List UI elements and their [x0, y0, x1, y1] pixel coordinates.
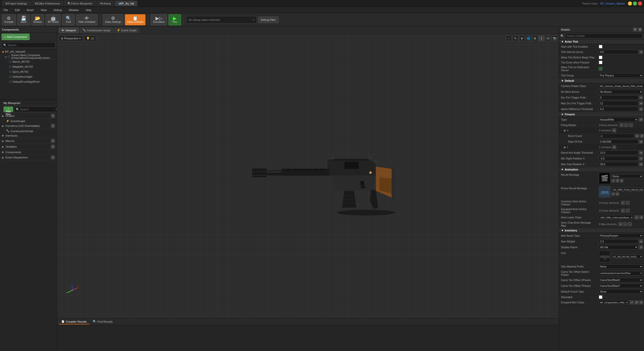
tick-begin-checkbox[interactable] — [599, 56, 602, 59]
menu-help[interactable]: Help — [84, 8, 93, 12]
debug-filter-button[interactable]: Debug Filter — [258, 17, 279, 23]
debug-selector[interactable]: No debug object selected ▾ — [186, 16, 257, 24]
bp-section-components[interactable]: ▶ Components — [2, 150, 55, 155]
add-component-button[interactable]: + Add Component — [2, 34, 30, 40]
bp-section-macros[interactable]: ▶ Macros + — [2, 138, 55, 144]
dropped-item-dropdown[interactable]: BP_DroppedItem_Rifle... ▾ — [599, 300, 629, 305]
barrel-aim-arrow[interactable]: ▾ — [639, 151, 643, 155]
dropped-reset[interactable]: ↺ — [634, 300, 638, 304]
add-new-button[interactable]: + Add New — [4, 107, 13, 112]
tick-dedicated-checkbox[interactable]: ✓ — [599, 67, 602, 70]
add-variable-button[interactable]: + — [51, 145, 55, 149]
alpha-diff-arrow[interactable]: ▾ — [639, 107, 643, 111]
sync-anim-add[interactable]: + — [618, 222, 622, 226]
section-animation[interactable]: ▼ Animation — [559, 167, 644, 172]
tab-find-results[interactable]: 🔍 Find Results — [90, 319, 115, 324]
display-name-dropdown[interactable]: AS Val ▾ — [599, 245, 638, 249]
scale-icon[interactable]: ⊕ — [519, 36, 525, 41]
bp-section-variables[interactable]: ▶ Variables + — [2, 144, 55, 150]
bp-item-construction[interactable]: 🔧 ConstructionScript — [2, 129, 55, 133]
component-search-input[interactable] — [8, 44, 54, 47]
rotate-icon[interactable]: ↻ — [513, 36, 518, 41]
tick-group-dropdown[interactable]: Pre Physics ▾ — [599, 73, 643, 78]
camo-y-dropdown[interactable]: CamoTexOffsetY ▾ — [599, 284, 643, 288]
barrel-aim-input[interactable] — [599, 150, 638, 155]
type-dropdown[interactable]: AssaultRifle ▾ — [599, 117, 638, 122]
tab-construction-script[interactable]: 🔧 Construction Script — [80, 28, 113, 33]
details-icon-1[interactable]: ⚙ — [633, 28, 637, 32]
bp-assist-button[interactable]: 🤖 BP Assist — [46, 14, 61, 25]
item-asset-dropdown[interactable]: PrimaryFirearm ▾ — [599, 233, 643, 238]
tab-project-settings[interactable]: ⚙ Project Settings — [2, 1, 30, 6]
inv-anim-add[interactable]: + — [621, 201, 625, 205]
maximize-button[interactable] — [633, 2, 637, 6]
prone-recoil-dropdown[interactable]: AM_Rifle_Prone_Recoil_556... ▾ — [611, 188, 644, 192]
no-more-ammo-dropdown[interactable]: No Ammo ▾ — [599, 90, 643, 94]
dry-fire-input[interactable] — [599, 95, 638, 100]
snap2-icon[interactable]: 10 — [545, 36, 551, 41]
menu-view[interactable]: View — [39, 8, 48, 12]
min-sight-input[interactable] — [599, 156, 638, 161]
anim-layer-dropdown[interactable]: ABP_Rifle_AnimLayerBase... ▾ — [599, 215, 634, 220]
tab-compiler-results[interactable]: 📋 Compiler Results — [59, 319, 89, 324]
simulation-button[interactable]: ▶▷ Simulation — [151, 14, 167, 25]
translate-icon[interactable]: ↔ — [506, 36, 512, 41]
tree-item-magwell[interactable]: ⬡ MagWell_AK762 — [0, 64, 57, 69]
viewport-area[interactable]: ⊞ Perspective ▾ 💡 Lit ↔ ↻ ⊕ 🌐 ⊞ 1 10 📷 — [57, 34, 559, 318]
prone-reset-btn[interactable]: ↺ — [616, 192, 619, 196]
anim-layer-reset[interactable]: ↺ — [639, 215, 643, 219]
add-dispatcher-button[interactable]: + — [51, 155, 55, 159]
tab-viewport[interactable]: 👁 Viewport — [59, 28, 79, 33]
world-local-icon[interactable]: 🌐 — [526, 36, 531, 41]
close-button[interactable] — [638, 2, 642, 6]
recoil-reset-btn[interactable]: ↺ — [616, 179, 619, 183]
item-weight-input[interactable] — [599, 239, 638, 244]
snap-icon[interactable]: 1 — [539, 36, 544, 41]
play-button[interactable]: ▶ Play — [169, 14, 181, 25]
section-firearm[interactable]: ▼ Firearm — [559, 112, 644, 117]
dry-fire-arrow[interactable]: ▾ — [639, 96, 643, 100]
tree-item-front-sight[interactable]: ⬡ DefaultFrontSightPost — [0, 79, 57, 84]
tab-arena[interactable]: 🎮 Arena — [97, 1, 114, 6]
eye-icon[interactable]: 👁 — [55, 108, 57, 111]
sync-anim-remove[interactable]: - — [623, 222, 627, 226]
blueprint-search-input[interactable] — [20, 108, 55, 111]
tab-editor-preferences[interactable]: ⚙ Editor Preferences — [31, 1, 63, 6]
section-actor-tick[interactable]: ▼ Actor Tick — [559, 39, 644, 44]
dropped-browse[interactable]: ↗ — [630, 300, 634, 304]
prone-browse-btn[interactable]: ↗ — [611, 192, 615, 196]
camo-x-dropdown[interactable]: CamoTexOffsetX ▾ — [599, 278, 643, 282]
mode0-expand[interactable]: ▾ — [612, 128, 616, 132]
find-button[interactable]: 🔍 Find — [62, 14, 75, 25]
burst-count-arrow[interactable]: ▾ — [635, 134, 639, 138]
alpha-diff-input[interactable] — [599, 107, 638, 111]
recoil-browse-btn[interactable]: ↗ — [611, 179, 615, 183]
max-grip-input[interactable] — [599, 162, 638, 166]
menu-debug[interactable]: Debug — [52, 8, 63, 12]
min-sight-arrow[interactable]: ▾ — [639, 156, 643, 160]
save-button[interactable]: 💾 Save — [17, 14, 30, 25]
menu-window[interactable]: Window — [67, 8, 80, 12]
type-reset[interactable]: ↺ — [639, 118, 643, 122]
hide-unrelated-button[interactable]: 👁 Hide Unrelated — [76, 14, 98, 25]
minimize-button[interactable] — [628, 2, 632, 6]
tree-item-root[interactable]: ◆ BP_AS_Val(self) — [0, 49, 57, 54]
recoil-montage-dropdown[interactable]: None ▾ — [611, 174, 643, 178]
burst-count-input[interactable] — [599, 134, 634, 138]
add-macro-button[interactable]: + — [51, 139, 55, 143]
add-function-button[interactable]: + — [51, 124, 55, 128]
tick-paused-checkbox[interactable] — [599, 61, 602, 64]
firing-modes-remove[interactable]: - — [624, 123, 628, 127]
mode1-expand[interactable]: ▾ — [612, 145, 616, 149]
firing-modes-add[interactable]: + — [619, 123, 623, 127]
compile-button[interactable]: ⚙ Compile — [2, 14, 16, 25]
dropped-clear[interactable]: ✕ — [639, 300, 643, 304]
skin-material-dropdown[interactable]: None ▾ — [599, 264, 643, 269]
blueprint-search-box[interactable]: 🔍 👁 ▼ — [14, 107, 57, 112]
menu-edit[interactable]: Edit — [14, 8, 21, 12]
section-inventory[interactable]: ▼ Inventory — [559, 228, 644, 233]
tick-interval-input[interactable] — [599, 50, 638, 54]
camo-switch-dropdown[interactable]: UseParametricCamoTexOffset ▾ — [599, 271, 643, 276]
pouch-dropdown[interactable]: None ▾ — [599, 289, 643, 294]
stackable-checkbox[interactable] — [599, 295, 602, 299]
